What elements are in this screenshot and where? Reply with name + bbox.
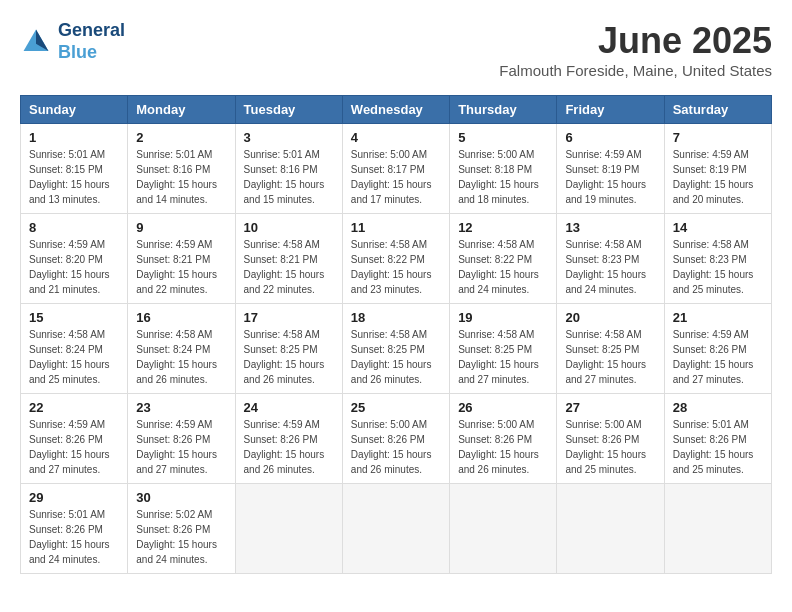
calendar-cell: 15 Sunrise: 4:58 AM Sunset: 8:24 PM Dayl… [21, 304, 128, 394]
day-number: 27 [565, 400, 655, 415]
calendar-cell: 16 Sunrise: 4:58 AM Sunset: 8:24 PM Dayl… [128, 304, 235, 394]
day-info: Sunrise: 4:58 AM Sunset: 8:24 PM Dayligh… [136, 327, 226, 387]
day-number: 16 [136, 310, 226, 325]
day-number: 24 [244, 400, 334, 415]
day-info: Sunrise: 5:01 AM Sunset: 8:16 PM Dayligh… [136, 147, 226, 207]
calendar-cell: 9 Sunrise: 4:59 AM Sunset: 8:21 PM Dayli… [128, 214, 235, 304]
calendar-cell: 22 Sunrise: 4:59 AM Sunset: 8:26 PM Dayl… [21, 394, 128, 484]
calendar-cell: 26 Sunrise: 5:00 AM Sunset: 8:26 PM Dayl… [450, 394, 557, 484]
day-info: Sunrise: 4:58 AM Sunset: 8:22 PM Dayligh… [351, 237, 441, 297]
day-number: 3 [244, 130, 334, 145]
logo-text: General Blue [58, 20, 125, 63]
calendar-cell: 25 Sunrise: 5:00 AM Sunset: 8:26 PM Dayl… [342, 394, 449, 484]
day-number: 19 [458, 310, 548, 325]
calendar-cell: 29 Sunrise: 5:01 AM Sunset: 8:26 PM Dayl… [21, 484, 128, 574]
day-info: Sunrise: 4:59 AM Sunset: 8:19 PM Dayligh… [565, 147, 655, 207]
calendar-cell: 6 Sunrise: 4:59 AM Sunset: 8:19 PM Dayli… [557, 124, 664, 214]
calendar-cell: 28 Sunrise: 5:01 AM Sunset: 8:26 PM Dayl… [664, 394, 771, 484]
week-row-5: 29 Sunrise: 5:01 AM Sunset: 8:26 PM Dayl… [21, 484, 772, 574]
day-number: 12 [458, 220, 548, 235]
location-title: Falmouth Foreside, Maine, United States [499, 62, 772, 79]
day-number: 13 [565, 220, 655, 235]
day-info: Sunrise: 5:00 AM Sunset: 8:26 PM Dayligh… [351, 417, 441, 477]
calendar-cell: 5 Sunrise: 5:00 AM Sunset: 8:18 PM Dayli… [450, 124, 557, 214]
calendar-cell: 27 Sunrise: 5:00 AM Sunset: 8:26 PM Dayl… [557, 394, 664, 484]
day-number: 18 [351, 310, 441, 325]
column-header-sunday: Sunday [21, 96, 128, 124]
logo-icon [20, 26, 52, 58]
week-row-2: 8 Sunrise: 4:59 AM Sunset: 8:20 PM Dayli… [21, 214, 772, 304]
day-number: 30 [136, 490, 226, 505]
calendar-cell [342, 484, 449, 574]
day-info: Sunrise: 5:00 AM Sunset: 8:26 PM Dayligh… [458, 417, 548, 477]
day-number: 17 [244, 310, 334, 325]
calendar-cell: 18 Sunrise: 4:58 AM Sunset: 8:25 PM Dayl… [342, 304, 449, 394]
day-info: Sunrise: 4:58 AM Sunset: 8:25 PM Dayligh… [458, 327, 548, 387]
day-info: Sunrise: 4:59 AM Sunset: 8:21 PM Dayligh… [136, 237, 226, 297]
day-number: 5 [458, 130, 548, 145]
day-info: Sunrise: 4:58 AM Sunset: 8:22 PM Dayligh… [458, 237, 548, 297]
day-info: Sunrise: 4:58 AM Sunset: 8:25 PM Dayligh… [244, 327, 334, 387]
day-info: Sunrise: 4:58 AM Sunset: 8:25 PM Dayligh… [351, 327, 441, 387]
day-number: 22 [29, 400, 119, 415]
day-info: Sunrise: 4:59 AM Sunset: 8:26 PM Dayligh… [136, 417, 226, 477]
calendar-cell: 14 Sunrise: 4:58 AM Sunset: 8:23 PM Dayl… [664, 214, 771, 304]
calendar-cell: 3 Sunrise: 5:01 AM Sunset: 8:16 PM Dayli… [235, 124, 342, 214]
day-number: 2 [136, 130, 226, 145]
column-header-wednesday: Wednesday [342, 96, 449, 124]
day-number: 28 [673, 400, 763, 415]
day-number: 20 [565, 310, 655, 325]
calendar-cell: 30 Sunrise: 5:02 AM Sunset: 8:26 PM Dayl… [128, 484, 235, 574]
column-header-friday: Friday [557, 96, 664, 124]
day-info: Sunrise: 5:01 AM Sunset: 8:26 PM Dayligh… [29, 507, 119, 567]
calendar-cell [235, 484, 342, 574]
day-number: 21 [673, 310, 763, 325]
calendar-table: SundayMondayTuesdayWednesdayThursdayFrid… [20, 95, 772, 574]
calendar-cell: 24 Sunrise: 4:59 AM Sunset: 8:26 PM Dayl… [235, 394, 342, 484]
calendar-cell: 1 Sunrise: 5:01 AM Sunset: 8:15 PM Dayli… [21, 124, 128, 214]
day-info: Sunrise: 5:00 AM Sunset: 8:17 PM Dayligh… [351, 147, 441, 207]
day-info: Sunrise: 4:59 AM Sunset: 8:26 PM Dayligh… [29, 417, 119, 477]
calendar-cell [557, 484, 664, 574]
day-info: Sunrise: 4:58 AM Sunset: 8:24 PM Dayligh… [29, 327, 119, 387]
title-block: June 2025 Falmouth Foreside, Maine, Unit… [499, 20, 772, 79]
day-info: Sunrise: 4:58 AM Sunset: 8:21 PM Dayligh… [244, 237, 334, 297]
calendar-cell: 23 Sunrise: 4:59 AM Sunset: 8:26 PM Dayl… [128, 394, 235, 484]
day-number: 6 [565, 130, 655, 145]
calendar-cell: 2 Sunrise: 5:01 AM Sunset: 8:16 PM Dayli… [128, 124, 235, 214]
calendar-cell: 21 Sunrise: 4:59 AM Sunset: 8:26 PM Dayl… [664, 304, 771, 394]
day-number: 14 [673, 220, 763, 235]
day-number: 4 [351, 130, 441, 145]
day-info: Sunrise: 5:00 AM Sunset: 8:26 PM Dayligh… [565, 417, 655, 477]
page-header: General Blue June 2025 Falmouth Foreside… [20, 20, 772, 79]
day-info: Sunrise: 5:01 AM Sunset: 8:16 PM Dayligh… [244, 147, 334, 207]
day-info: Sunrise: 5:01 AM Sunset: 8:15 PM Dayligh… [29, 147, 119, 207]
column-header-thursday: Thursday [450, 96, 557, 124]
calendar-body: 1 Sunrise: 5:01 AM Sunset: 8:15 PM Dayli… [21, 124, 772, 574]
day-info: Sunrise: 5:01 AM Sunset: 8:26 PM Dayligh… [673, 417, 763, 477]
calendar-cell: 20 Sunrise: 4:58 AM Sunset: 8:25 PM Dayl… [557, 304, 664, 394]
day-number: 11 [351, 220, 441, 235]
calendar-cell: 11 Sunrise: 4:58 AM Sunset: 8:22 PM Dayl… [342, 214, 449, 304]
day-info: Sunrise: 4:59 AM Sunset: 8:19 PM Dayligh… [673, 147, 763, 207]
day-number: 1 [29, 130, 119, 145]
week-row-3: 15 Sunrise: 4:58 AM Sunset: 8:24 PM Dayl… [21, 304, 772, 394]
day-number: 29 [29, 490, 119, 505]
calendar-cell: 12 Sunrise: 4:58 AM Sunset: 8:22 PM Dayl… [450, 214, 557, 304]
calendar-cell: 4 Sunrise: 5:00 AM Sunset: 8:17 PM Dayli… [342, 124, 449, 214]
week-row-1: 1 Sunrise: 5:01 AM Sunset: 8:15 PM Dayli… [21, 124, 772, 214]
day-number: 8 [29, 220, 119, 235]
day-info: Sunrise: 4:58 AM Sunset: 8:25 PM Dayligh… [565, 327, 655, 387]
calendar-cell: 17 Sunrise: 4:58 AM Sunset: 8:25 PM Dayl… [235, 304, 342, 394]
day-info: Sunrise: 4:59 AM Sunset: 8:26 PM Dayligh… [673, 327, 763, 387]
day-number: 7 [673, 130, 763, 145]
month-title: June 2025 [499, 20, 772, 62]
day-number: 10 [244, 220, 334, 235]
day-number: 26 [458, 400, 548, 415]
column-header-tuesday: Tuesday [235, 96, 342, 124]
day-number: 9 [136, 220, 226, 235]
calendar-header: SundayMondayTuesdayWednesdayThursdayFrid… [21, 96, 772, 124]
day-number: 15 [29, 310, 119, 325]
calendar-cell: 7 Sunrise: 4:59 AM Sunset: 8:19 PM Dayli… [664, 124, 771, 214]
day-header-row: SundayMondayTuesdayWednesdayThursdayFrid… [21, 96, 772, 124]
